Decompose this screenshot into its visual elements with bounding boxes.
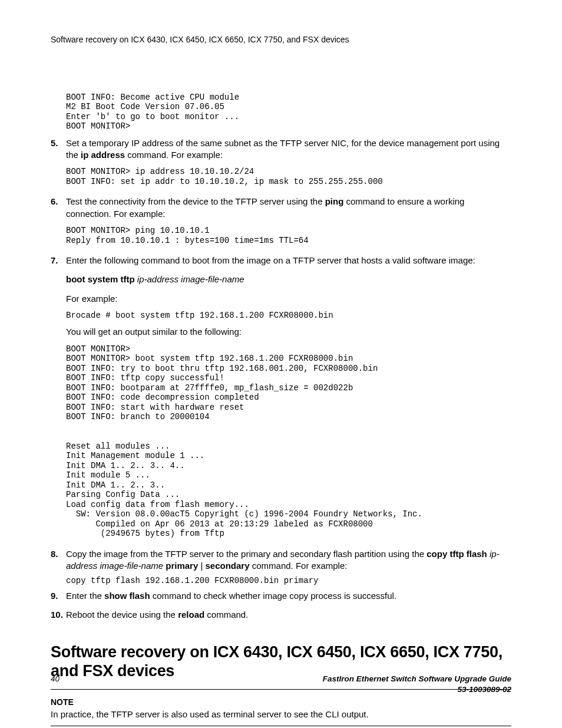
- step-10: 10. Reboot the device using the reload c…: [51, 609, 511, 624]
- command-name: ping: [325, 196, 344, 206]
- step-number: 8.: [51, 548, 66, 587]
- step-text: Copy the image from the TFTP server to t…: [66, 548, 511, 572]
- step-number: 7.: [51, 255, 66, 545]
- note-rule: [51, 726, 511, 726]
- step-number: 9.: [51, 590, 66, 605]
- footer-title: FastIron Ethernet Switch Software Upgrad…: [59, 674, 511, 695]
- code-block: BOOT INFO: Become active CPU module M2 B…: [66, 93, 511, 131]
- note-block: NOTE In practice, the TFTP server is als…: [51, 697, 511, 721]
- page-footer: 40 FastIron Ethernet Switch Software Upg…: [51, 674, 511, 695]
- code-line: copy tftp flash 192.168.1.200 FCXR08000.…: [66, 575, 511, 587]
- step-text: You will get an output similar to the fo…: [66, 326, 511, 338]
- page-number: 40: [51, 674, 59, 695]
- command-name: reload: [178, 610, 204, 620]
- step-5: 5. Set a temporary IP address of the sam…: [51, 137, 511, 193]
- step-text: Reboot the device using the reload comma…: [66, 609, 511, 621]
- command-name: show flash: [104, 591, 150, 601]
- step-text: Test the connectivity from the device to…: [66, 196, 511, 220]
- step-text: For example:: [66, 293, 511, 305]
- code-block: Brocade # boot system tftp 192.168.1.200…: [66, 311, 511, 321]
- step-text: Enter the following command to boot from…: [66, 255, 511, 266]
- code-block: BOOT MONITOR> ip address 10.10.10.2/24 B…: [66, 167, 511, 186]
- step-9: 9. Enter the show flash command to check…: [51, 590, 511, 605]
- note-text: In practice, the TFTP server is also use…: [51, 709, 511, 720]
- code-block: BOOT MONITOR> ping 10.10.10.1 Reply from…: [66, 226, 511, 245]
- step-number: 6.: [51, 196, 66, 251]
- step-number: 5.: [51, 137, 66, 193]
- command-name: ip address: [81, 150, 125, 160]
- note-label: NOTE: [51, 697, 511, 708]
- step-number: 10.: [51, 609, 66, 624]
- step-text: Set a temporary IP address of the same s…: [66, 137, 511, 162]
- step-text: Enter the show flash command to check wh…: [66, 590, 511, 602]
- step-7: 7. Enter the following command to boot f…: [51, 255, 511, 545]
- step-8: 8. Copy the image from the TFTP server t…: [51, 548, 511, 587]
- running-header: Software recovery on ICX 6430, ICX 6450,…: [51, 34, 511, 45]
- steps-list: 5. Set a temporary IP address of the sam…: [51, 137, 511, 625]
- command-syntax: boot system tftp ip-address image-file-n…: [66, 274, 511, 285]
- step-6: 6. Test the connectivity from the device…: [51, 196, 511, 251]
- code-block: BOOT MONITOR> BOOT MONITOR> boot system …: [66, 344, 511, 539]
- command-name: copy tftp flash: [427, 549, 487, 559]
- document-page: Software recovery on ICX 6430, ICX 6450,…: [0, 0, 562, 728]
- intro-code-block: BOOT INFO: Become active CPU module M2 B…: [66, 93, 511, 131]
